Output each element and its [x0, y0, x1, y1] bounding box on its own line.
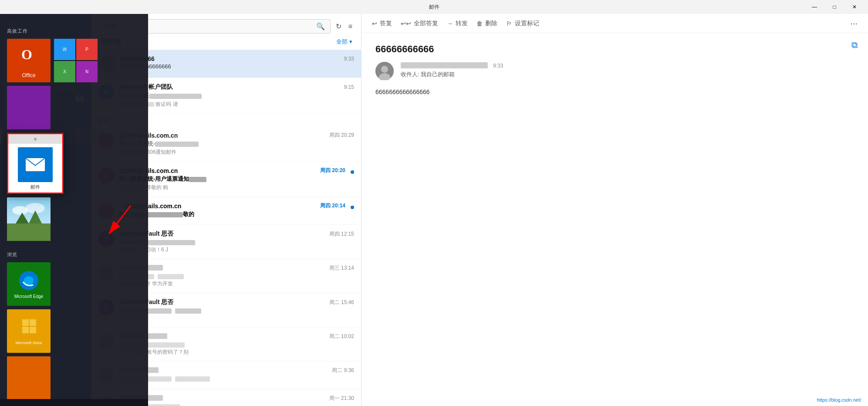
flag-button[interactable]: 🏳 设置标记: [506, 20, 539, 27]
browse-tiles: Microsoft Edge: [7, 262, 141, 306]
email-body: 周三 13:14 基础界面设计 华为开发: [119, 264, 354, 288]
email-subject: 网上购票系统-: [119, 140, 354, 148]
email-body: › 12306@rails.com.cn 周四 20:14 网上 敬的: [119, 202, 345, 219]
forward-label: 转发: [456, 20, 468, 27]
open-external-button[interactable]: ⧉: [851, 40, 858, 50]
flag-icon: 🏳: [506, 20, 512, 27]
office-tile[interactable]: O Office: [7, 39, 51, 82]
email-time: 周四 20:14: [320, 202, 345, 210]
svg-rect-10: [7, 223, 51, 241]
email-time: 周三 13:14: [329, 264, 354, 272]
mail-app-icon: [18, 147, 53, 182]
start-menu: 高效工作 O Office W P X: [0, 14, 148, 406]
email-meta-info: 9:33 收件人: 我自己的邮箱: [401, 62, 854, 78]
email-body: 6666666666 9:33 6666666666666666: [121, 55, 354, 71]
unread-indicator: [351, 206, 354, 209]
email-body: 12306@rails.com.cn 周四 20:20 网上购票系统-用户退票通…: [119, 167, 345, 191]
delete-button[interactable]: 🗑 删除: [476, 20, 497, 27]
reply-button[interactable]: ↩ 答复: [372, 20, 392, 27]
email-body: 12306@rails.com.cn 周四 20:29 网上购票系统- 306通…: [119, 132, 354, 156]
email-time: 周二 15:46: [329, 299, 354, 306]
purple-app-tile[interactable]: [7, 86, 51, 129]
sender-avatar: [375, 62, 394, 80]
orange-tile[interactable]: [7, 356, 51, 400]
email-time: 周一 21:30: [329, 395, 354, 402]
reading-toolbar: ↩ 答复 ↩↩ 全部答复 → 转发 🗑 删除 🏳 设置标记: [361, 14, 868, 33]
reply-all-icon: ↩↩: [401, 20, 411, 27]
start-content: 高效工作 O Office W P X: [0, 14, 148, 406]
mini-mail-titlebar: ≡: [8, 134, 62, 144]
maximize-button[interactable]: □: [824, 0, 844, 14]
email-body: Microsoft 帐户团队 9:15 Microsoft 帐 验证码 请: [119, 83, 354, 108]
efficient-tiles: O Office W P X N: [7, 39, 141, 129]
mini-mail-label: 邮件: [30, 184, 40, 190]
email-time: 9:33: [344, 56, 354, 62]
svg-rect-15: [22, 319, 29, 326]
email-preview: 忘记 Tower 账号的密码了？别: [119, 348, 354, 356]
filter-button[interactable]: 全部 ▾: [336, 38, 352, 46]
footer-link[interactable]: https://blog.csdn.net/: [817, 397, 861, 403]
svg-text:O: O: [21, 47, 32, 62]
email-preview: 12306退票 尊敬的 购: [119, 184, 345, 191]
email-preview: 验证码 请: [119, 101, 354, 108]
email-meta-time: 9:33: [493, 63, 503, 69]
flag-label: 设置标记: [515, 20, 539, 27]
email-preview: 旨北 | 你: [119, 315, 354, 322]
email-subject: 网上购票系统-用户退票通知: [119, 175, 345, 183]
reading-actions: ↩ 答复 ↩↩ 全部答复 → 转发 🗑 删除 🏳 设置标记: [372, 20, 539, 27]
filter-icon-button[interactable]: ≡: [347, 21, 354, 32]
email-recipient: 收件人: 我自己的邮箱: [401, 71, 854, 78]
chevron-down-icon: ▾: [349, 38, 352, 45]
email-subject: 6666666666666666: [121, 63, 354, 70]
edge-label: Microsoft Edge: [14, 294, 44, 299]
email-body: 周二 10:02 忘记 Tower 账号的密码了？别: [119, 333, 354, 356]
refresh-button[interactable]: ↻: [334, 20, 343, 32]
svg-rect-16: [30, 319, 36, 326]
ms-apps-tile[interactable]: W P X N: [54, 39, 98, 82]
email-body: 周二 9:36: [119, 367, 354, 382]
store-tile[interactable]: Microsoft Store: [7, 309, 51, 353]
email-subject: [119, 403, 354, 406]
hamburger-icon: ≡: [34, 136, 37, 142]
svg-point-1: [381, 66, 388, 73]
email-meta: 9:33 收件人: 我自己的邮箱: [375, 62, 854, 80]
edge-tile[interactable]: Microsoft Edge: [7, 262, 51, 306]
email-time: 周二 9:36: [332, 367, 354, 374]
email-time: 周四 20:29: [329, 132, 354, 139]
email-subject: 网上 敬的: [119, 210, 345, 218]
delete-icon: 🗑: [476, 20, 483, 27]
email-preview: 挑战赛正式启动！6 J: [119, 246, 354, 254]
close-button[interactable]: ✕: [844, 0, 865, 14]
mini-mail-window: ≡ 邮件: [7, 133, 64, 194]
landscape-tile[interactable]: [7, 197, 51, 241]
email-time: 9:15: [344, 84, 354, 90]
efficient-section-label: 高效工作: [7, 28, 141, 34]
email-subject: [119, 341, 354, 348]
forward-icon: →: [447, 20, 453, 27]
email-preview: 基础界面设计 华为开发: [119, 280, 354, 288]
delete-label: 删除: [485, 20, 497, 27]
filter-label: 全部: [336, 38, 348, 46]
svg-rect-17: [22, 327, 29, 333]
forward-button[interactable]: → 转发: [447, 20, 468, 27]
email-preview: 306通知邮件: [119, 149, 354, 156]
unread-indicator: [351, 170, 354, 174]
taskbar-start[interactable]: ⊞: [5, 403, 19, 406]
titlebar-title: 邮件: [429, 3, 439, 11]
minimize-button[interactable]: —: [804, 0, 824, 14]
email-body: 周一 21:30 享不停！如不想哟: [119, 395, 354, 406]
more-options-button[interactable]: ···: [850, 18, 858, 28]
svg-point-8: [12, 206, 28, 215]
svg-rect-18: [30, 327, 36, 333]
reading-content: 66666666666 9:33 收件人: 我自己的邮箱: [361, 33, 868, 406]
store-label: Microsoft Store: [16, 341, 42, 345]
email-subject: [119, 375, 354, 382]
main-content: ☰ ✉ 新邮件 👤 帐户 5 文件夹 📥 收件箱 71 更多: [0, 14, 868, 406]
email-subject: [119, 273, 354, 279]
email-body-content: 6666666666666666: [375, 87, 854, 97]
email-body: SegmentFault 思否 周二 15:46 旨北 | 你: [119, 298, 354, 322]
reply-all-button[interactable]: ↩↩ 全部答复: [401, 20, 438, 27]
sender-name-blurred: [401, 62, 488, 68]
email-subject-display: 66666666666: [375, 44, 854, 55]
taskbar: ⊞: [0, 399, 148, 406]
